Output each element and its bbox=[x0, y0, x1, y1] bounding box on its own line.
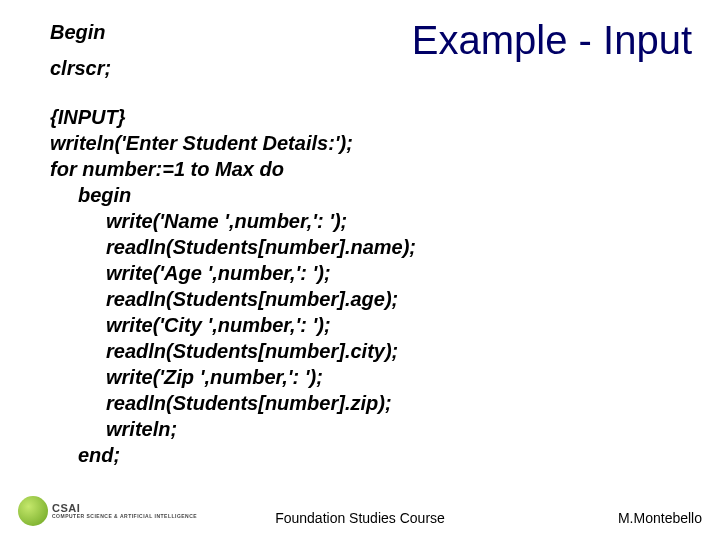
footer-center: Foundation Studies Course bbox=[275, 510, 445, 526]
logo-sub: COMPUTER SCIENCE & ARTIFICIAL INTELLIGEN… bbox=[52, 514, 197, 519]
code-line: writeln; bbox=[50, 416, 696, 442]
slide: Example - Input Begin clrscr; {INPUT} wr… bbox=[0, 0, 720, 540]
footer-right: M.Montebello bbox=[618, 510, 702, 526]
code-line: write('Name ',number,': '); bbox=[50, 208, 696, 234]
code-line: readln(Students[number].city); bbox=[50, 338, 696, 364]
code-block: {INPUT} writeln('Enter Student Details:'… bbox=[50, 104, 696, 468]
code-line: writeln('Enter Student Details:'); bbox=[50, 130, 696, 156]
code-line: write('City ',number,': '); bbox=[50, 312, 696, 338]
code-line: begin bbox=[50, 182, 696, 208]
code-line: write('Zip ',number,': '); bbox=[50, 364, 696, 390]
brain-icon bbox=[18, 496, 48, 526]
code-line: for number:=1 to Max do bbox=[50, 156, 696, 182]
code-line: readln(Students[number].age); bbox=[50, 286, 696, 312]
logo-text-wrap: CSAI COMPUTER SCIENCE & ARTIFICIAL INTEL… bbox=[52, 503, 197, 519]
slide-title: Example - Input bbox=[412, 18, 692, 63]
code-line: readln(Students[number].name); bbox=[50, 234, 696, 260]
code-line: end; bbox=[50, 442, 696, 468]
code-line: {INPUT} bbox=[50, 104, 696, 130]
code-line: readln(Students[number].zip); bbox=[50, 390, 696, 416]
code-line: write('Age ',number,': '); bbox=[50, 260, 696, 286]
logo: CSAI COMPUTER SCIENCE & ARTIFICIAL INTEL… bbox=[18, 496, 197, 526]
